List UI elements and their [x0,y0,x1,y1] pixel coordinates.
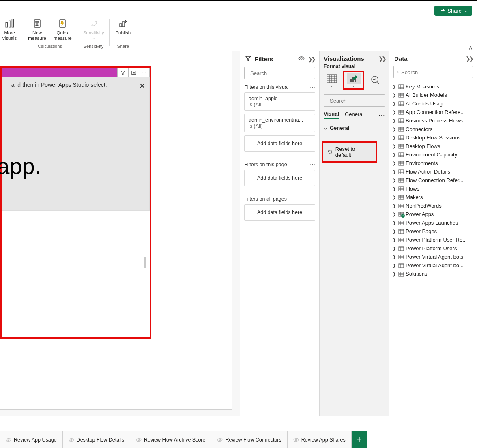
ribbon-cat-share: Share [117,44,129,49]
data-table-item[interactable]: ❯ Key Measures [393,82,474,91]
data-table-item[interactable]: ❯ Connectors [393,125,474,133]
table-name: Solutions [406,271,427,277]
visual-more-icon[interactable]: ⋯ [139,68,149,77]
sensitivity-icon [87,17,100,30]
filters-search-input[interactable] [250,70,318,76]
data-table-item[interactable]: ❯ Flow Connection Refer... [393,176,474,184]
filters-search[interactable] [244,67,315,79]
visual-header[interactable]: ⋯ [2,68,150,77]
chevron-right-icon: ❯ [393,238,397,242]
filter-section-more-icon[interactable]: ⋯ [310,161,315,167]
svg-rect-40 [399,238,404,242]
ribbon-collapse-caret[interactable]: ᐱ [469,45,472,51]
page-tab[interactable]: Review App Shares [288,431,352,448]
page-tab[interactable]: Review App Usage [0,431,63,448]
table-icon [398,246,404,251]
data-table-item[interactable]: ❯ Power Apps Launches [393,219,474,227]
filter-add-fields-all[interactable]: Add data fields here [244,204,315,221]
table-icon [398,238,404,242]
page-tab[interactable]: Review Flow Connectors [211,431,287,448]
collapse-pane-icon[interactable]: ❯❯ [308,56,314,62]
svg-rect-33 [399,178,404,182]
data-table-item[interactable]: ❯ Desktop Flows [393,142,474,150]
viz-search[interactable] [324,94,385,107]
page-tab[interactable]: Desktop Flow Details [63,431,130,448]
data-table-item[interactable]: ❯ Environment Capacity [393,150,474,159]
new-measure-button[interactable]: New measure [26,16,49,42]
svg-rect-43 [399,264,404,268]
table-icon [398,221,404,225]
filters-on-all-label: Filters on all pages [244,196,287,202]
data-table-item[interactable]: ❯ Power Platform User Ro... [393,236,474,244]
data-table-item[interactable]: ❯ App Connection Refere... [393,108,474,116]
viz-search-input[interactable] [330,98,398,104]
publish-button[interactable]: Publish [113,16,133,36]
filter-add-fields-page[interactable]: Add data fields here [244,170,315,186]
collapse-pane-icon[interactable]: ❯❯ [378,56,385,62]
table-name: Environment Capacity [406,152,457,158]
table-icon [398,118,404,123]
data-search-input[interactable] [401,69,469,75]
svg-point-5 [36,24,37,24]
tabs-more-icon[interactable]: ⋯ [378,112,385,118]
chevron-right-icon: ❯ [393,263,397,268]
tab-visual[interactable]: Visual [324,111,339,119]
data-table-item[interactable]: ❯ Power Apps [393,210,474,219]
svg-rect-24 [399,102,404,106]
data-table-item[interactable]: ❯ NonProdWords [393,201,474,210]
data-table-item[interactable]: ❯ Flow Action Details [393,167,474,176]
eye-icon[interactable] [298,55,305,63]
data-tree: ❯ Key Measures ❯ AI Builder Models ❯ AI … [389,82,477,278]
collapse-pane-icon[interactable]: ❯❯ [466,56,472,62]
filter-section-more-icon[interactable]: ⋯ [310,196,315,202]
data-table-item[interactable]: ❯ Makers [393,193,474,201]
table-icon [398,152,404,157]
svg-rect-4 [36,21,39,22]
filter-add-fields-visual[interactable]: Add data fields here [244,135,315,152]
quick-measure-button[interactable]: Quick measure [51,16,74,42]
data-table-item[interactable]: ❯ Desktop Flow Sessions [393,133,474,142]
data-table-item[interactable]: ❯ Business Process Flows [393,116,474,125]
build-visual-tab[interactable]: ⌄ [324,72,340,88]
table-name: Power Platform User Ro... [406,237,467,243]
data-table-item[interactable]: ❯ Environments [393,159,474,167]
selected-visual[interactable]: ⋯ , and then in Power Apps Studio select… [0,66,151,339]
tab-general[interactable]: General [345,111,363,119]
format-visual-tab[interactable]: ⌄ [343,71,364,90]
visual-body: , and then in Power Apps Studio select: … [2,77,150,211]
table-name: Desktop Flows [406,143,440,149]
data-table-item[interactable]: ❯ Solutions [393,270,474,278]
svg-rect-10 [120,24,122,27]
data-table-item[interactable]: ❯ Power Platform Users [393,244,474,253]
more-visuals-button[interactable]: More visuals [0,16,19,42]
analytics-tab[interactable] [367,72,384,88]
general-section-toggle[interactable]: ⌄ General [324,125,385,131]
page-tab[interactable]: Review Flow Archive Score [130,431,211,448]
data-search[interactable] [393,66,473,78]
ribbon-group-calculations: New measure Quick measure Calculations [22,16,77,49]
data-table-item[interactable]: ❯ Power Virtual Agent bots [393,253,474,261]
resize-handle[interactable] [144,257,146,268]
close-icon[interactable]: ✕ [139,81,145,90]
svg-point-7 [36,25,37,26]
svg-rect-29 [399,144,404,148]
data-table-item[interactable]: ❯ Power Virtual Agent bo... [393,261,474,270]
add-page-button[interactable]: + [352,431,367,448]
reset-to-default-button[interactable]: Reset to default [322,141,377,163]
table-icon [398,195,404,200]
svg-point-13 [301,58,302,59]
data-table-item[interactable]: ❯ Flows [393,184,474,193]
visual-focus-icon[interactable] [128,68,139,77]
share-label: Share [447,8,462,14]
report-canvas[interactable]: ⋯ , and then in Power Apps Studio select… [0,51,240,416]
filter-section-more-icon[interactable]: ⋯ [310,84,315,90]
data-table-item[interactable]: ❯ Power Pages [393,227,474,236]
filter-card-environment[interactable]: admin_environmentna... is (All) [244,114,315,132]
filter-card-appid[interactable]: admin_appid is (All) [244,92,315,111]
table-icon [398,272,404,277]
svg-rect-28 [399,136,404,140]
chevron-right-icon: ❯ [393,212,397,216]
data-table-item[interactable]: ❯ AI Builder Models [393,91,474,99]
data-table-item[interactable]: ❯ AI Credits Usage [393,99,474,108]
visual-filter-icon[interactable] [118,68,128,77]
